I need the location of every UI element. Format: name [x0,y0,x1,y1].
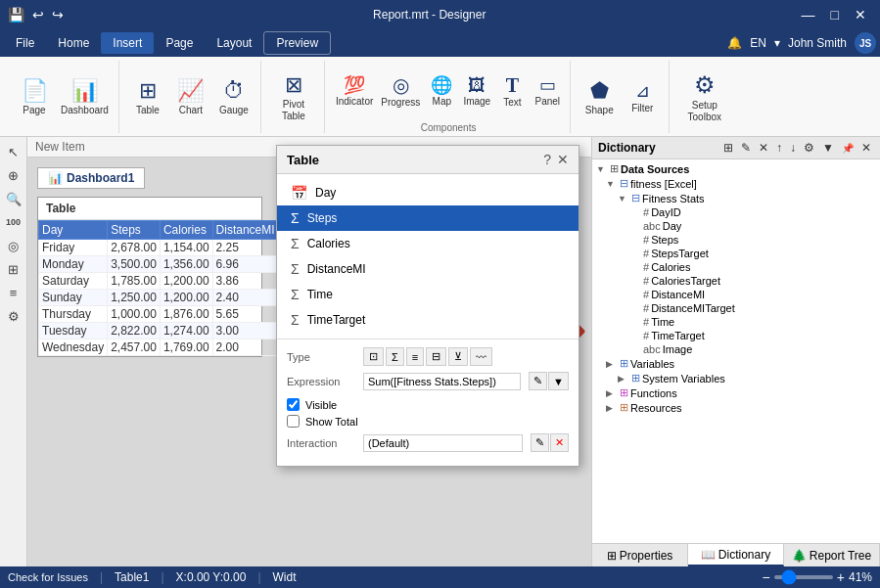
expression-label: Expression [287,376,355,387]
dialog-field-item[interactable]: ΣTime [277,282,579,307]
tree-item[interactable]: # TimeTarget [592,329,880,342]
tree-item[interactable]: # Calories [592,260,880,274]
menu-home[interactable]: Home [46,32,101,54]
tool-100[interactable]: 100 [3,211,24,233]
dict-tab-report-tree[interactable]: 🌲 Report Tree [784,544,880,566]
dialog-field-item[interactable]: ΣCalories [277,231,579,256]
ribbon-filter-button[interactable]: ⊿ Filter [622,78,663,115]
tree-item[interactable]: # Steps [592,233,880,247]
tool-zoom[interactable]: 🔍 [3,188,24,209]
dict-up-btn[interactable]: ↑ [773,140,785,156]
tool-grid[interactable]: ⊞ [3,258,24,280]
tree-item[interactable]: ▶⊞ System Variables [592,371,880,385]
dict-pin-btn[interactable]: 📌 [839,142,857,155]
type-btn-3[interactable]: ≡ [406,347,424,366]
ribbon-shape-button[interactable]: ⬟ Shape [579,76,620,117]
check-issues-button[interactable]: Check for Issues [8,571,88,583]
ribbon-pivot-button[interactable]: ⊠ PivotTable [269,70,318,124]
dashboard-tab[interactable]: 📊 Dashboard1 [37,167,145,189]
menu-layout[interactable]: Layout [205,32,263,54]
interaction-clear-btn[interactable]: ✕ [550,433,569,452]
tree-item[interactable]: # Time [592,315,880,329]
tree-item[interactable]: ▶⊞ Functions [592,385,880,400]
show-total-checkbox[interactable] [287,415,300,428]
ribbon-map-button[interactable]: 🌐 Map [425,72,458,109]
zoom-increase-button[interactable]: + [837,569,845,585]
tree-item[interactable]: abc Image [592,342,880,356]
tree-item[interactable]: # CaloriesTarget [592,274,880,288]
tool-cursor[interactable]: ↖ [3,141,24,162]
ribbon-page-button[interactable]: 📄 Page [14,76,55,117]
ribbon-dashboard-button[interactable]: 📊 Dashboard [57,76,113,117]
ribbon-table-button[interactable]: ⊞ Table [127,76,168,117]
type-btn-2[interactable]: Σ [386,347,404,366]
dialog-field-item[interactable]: ΣTimeTarget [277,307,579,333]
ribbon-setup-toolbox-button[interactable]: ⚙ SetupToolbox [677,69,731,125]
dict-close-btn[interactable]: ✕ [858,140,874,156]
type-btn-6[interactable]: 〰 [470,347,492,366]
tree-item[interactable]: # DistanceMI [592,288,880,301]
tree-item[interactable]: ▼⊟ fitness [Excel] [592,176,880,191]
tree-item[interactable]: ▼⊟ Fitness Stats [592,191,880,205]
interaction-input[interactable] [363,434,523,452]
redo-icon[interactable]: ↪ [52,7,64,23]
type-btn-5[interactable]: ⊻ [448,347,468,366]
dict-edit-btn[interactable]: ✎ [738,140,754,156]
dict-delete-btn[interactable]: ✕ [756,140,771,156]
tree-item[interactable]: ▶⊞ Resources [592,400,880,415]
tool-circle[interactable]: ◎ [3,235,24,256]
tree-node-icon: # [643,206,649,218]
interaction-edit-btn[interactable]: ✎ [531,433,549,452]
ribbon-progress-button[interactable]: ◎ Progress [378,71,423,110]
menu-page[interactable]: Page [154,32,205,54]
tree-item[interactable]: abc Day [592,219,880,233]
dict-settings-btn[interactable]: ⚙ [801,140,817,156]
tool-settings[interactable]: ⚙ [3,305,24,327]
dict-tab-dictionary[interactable]: 📖 Dictionary [688,544,784,566]
maximize-button[interactable]: □ [825,5,845,24]
expr-dropdown-btn[interactable]: ▼ [548,372,569,390]
dict-add-btn[interactable]: ⊞ [720,140,736,156]
dialog-field-item[interactable]: ΣDistanceMI [277,256,579,282]
ribbon-image-button[interactable]: 🖼 Image [460,73,493,109]
dialog-field-item[interactable]: 📅Day [277,180,579,205]
ribbon-chart-button[interactable]: 📈 Chart [170,76,211,117]
save-icon[interactable]: 💾 [8,7,24,23]
tree-node-icon: # [643,248,649,259]
expr-edit-btn[interactable]: ✎ [529,372,547,390]
ribbon-panel-button[interactable]: ▭ Panel [531,72,564,109]
tree-item[interactable]: ▼⊞ Data Sources [592,161,880,176]
zoom-decrease-button[interactable]: − [763,569,770,585]
bell-icon[interactable]: 🔔 [727,36,742,50]
menu-file[interactable]: File [4,32,46,54]
tree-item[interactable]: # DistanceMITarget [592,301,880,315]
ribbon-gauge-button[interactable]: ⏱ Gauge [213,76,255,117]
language-selector[interactable]: EN [750,36,766,50]
tree-item[interactable]: # StepsTarget [592,247,880,260]
dialog-help-btn[interactable]: ? [543,152,551,167]
undo-icon[interactable]: ↩ [32,7,44,23]
type-btn-1[interactable]: ⊡ [363,347,384,366]
ribbon-indicator-button[interactable]: 💯 Indicator [333,72,376,109]
ribbon-text-button[interactable]: T Text [495,72,529,110]
tool-layers[interactable]: ≡ [3,282,24,303]
zoom-slider[interactable] [774,575,833,579]
tree-item[interactable]: # DayID [592,205,880,219]
dict-tab-properties[interactable]: ⊞ Properties [592,544,688,566]
dialog-close-btn[interactable]: ✕ [557,152,569,167]
type-btn-4[interactable]: ⊟ [426,347,446,366]
tool-pointer[interactable]: ⊕ [3,164,24,186]
visible-checkbox[interactable] [287,398,300,411]
dict-down-btn[interactable]: ↓ [787,140,799,156]
tree-item[interactable]: ▶⊞ Variables [592,356,880,371]
dialog-field-item[interactable]: ΣSteps [277,205,579,231]
menu-insert[interactable]: Insert [101,32,154,54]
expression-input[interactable] [363,373,521,390]
tree-expand-icon: ▼ [606,179,618,189]
left-toolbar: ↖ ⊕ 🔍 100 ◎ ⊞ ≡ ⚙ [0,137,27,566]
tree-node-icon: # [643,330,649,341]
menu-preview[interactable]: Preview [263,31,331,55]
minimize-button[interactable]: — [796,5,821,24]
dict-more-btn[interactable]: ▼ [819,140,837,156]
close-button[interactable]: ✕ [849,5,872,24]
